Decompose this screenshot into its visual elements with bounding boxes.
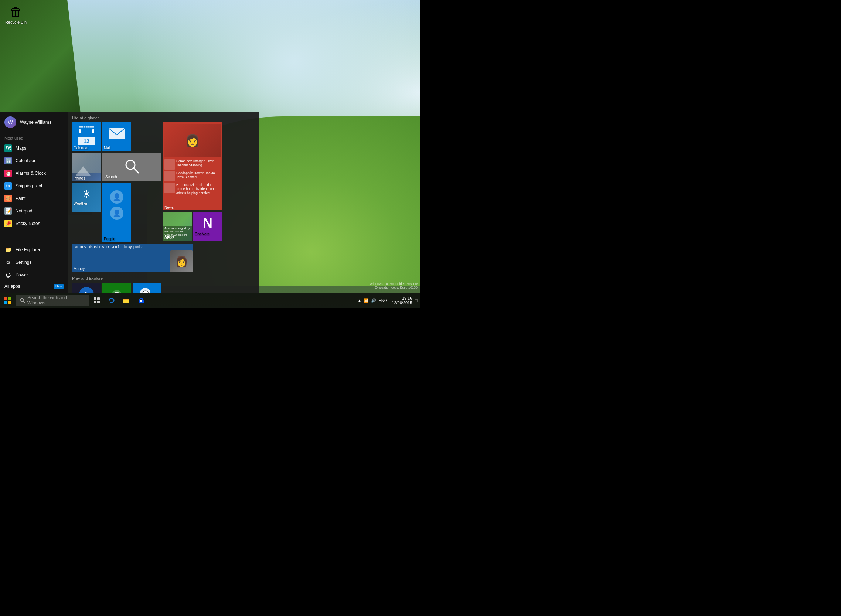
svg-rect-31	[97, 298, 100, 300]
news-person: 👩	[164, 124, 221, 157]
svg-text:💬: 💬	[142, 290, 149, 293]
people-tile[interactable]: 👤 👤 People	[103, 183, 131, 242]
play-section-label: Play and Explore	[72, 276, 255, 280]
file-explorer-icon: 📁	[4, 246, 12, 254]
search-tile[interactable]: Search	[103, 153, 161, 182]
app-sticky[interactable]: 📌 Sticky Notes	[0, 217, 68, 230]
tiles-col1: ■■■■■■■ 12 Calendar	[72, 122, 101, 242]
tiles-col3: 👩 Schoolboy Charged Over Teacher Stabbin…	[163, 122, 222, 242]
power-icon: ⏻	[4, 271, 12, 279]
money-headline: IMF to Alexis Tsipras: 'Do you feel luck…	[73, 245, 191, 249]
file-explorer-item[interactable]: 📁 File Explorer	[0, 243, 68, 256]
mail-label: Mail	[103, 145, 112, 151]
feedback-tile[interactable]: 💬 Windows Feedb...	[133, 283, 161, 293]
new-badge: New	[54, 284, 64, 289]
money-area: IMF to Alexis Tsipras: 'Do you feel luck…	[72, 243, 255, 272]
search-icon	[125, 159, 139, 175]
people-icons: 👤 👤	[110, 190, 123, 220]
calendar-label: Calendar	[72, 145, 90, 151]
news-item-3: Rebecca Minnock told to 'come home' by f…	[164, 183, 221, 195]
sport-label: Sport	[164, 235, 174, 239]
xbox-tile[interactable]: X Xbox	[103, 283, 131, 293]
snipping-icon: ✂	[4, 182, 12, 189]
app-snipping[interactable]: ✂ Snipping Tool	[0, 180, 68, 192]
news-tile[interactable]: 👩 Schoolboy Charged Over Teacher Stabbin…	[163, 122, 222, 210]
win10-line2: Evaluation copy. Build 10130	[369, 286, 418, 289]
tray-chevron[interactable]: ▲	[357, 298, 362, 303]
svg-text:12: 12	[84, 138, 89, 144]
win10-line1: Windows 10 Pro Insider Preview	[369, 282, 418, 286]
action-center-icon[interactable]: □	[415, 298, 418, 303]
svg-point-8	[79, 287, 94, 293]
search-bar[interactable]: Search the web and Windows	[16, 295, 89, 306]
volume-icon[interactable]: 🔊	[371, 298, 376, 303]
svg-rect-25	[8, 297, 11, 300]
user-name: Wayne Williams	[20, 120, 51, 125]
system-tray: ▲ 📶 🔊 ENG 19:16 12/06/2015 □	[357, 296, 420, 305]
mail-tile[interactable]: Mail	[103, 122, 131, 151]
person-circle-1: 👤	[110, 190, 123, 204]
start-button[interactable]	[0, 293, 15, 308]
person-circle-2: 👤	[110, 207, 123, 220]
news-item-2: Paedophile Doctor Has Jail Term Slashed	[164, 171, 221, 182]
news-text-3: Rebecca Minnock told to 'come home' by f…	[176, 183, 221, 195]
news-image-area: 👩	[164, 124, 221, 157]
news-label: News	[164, 205, 174, 210]
news-thumb-3	[164, 183, 175, 193]
clock-time: 19:16	[402, 296, 412, 301]
power-item[interactable]: ⏻ Power	[0, 268, 68, 281]
svg-point-28	[21, 299, 23, 302]
power-label: Power	[16, 272, 28, 277]
svg-point-6	[126, 160, 135, 169]
clock-area[interactable]: 19:16 12/06/2015	[392, 296, 412, 305]
explorer-taskbar-button[interactable]	[119, 293, 134, 308]
start-left-panel: W Wayne Williams Most used 🗺 Maps 🔢 Calc…	[0, 112, 68, 293]
svg-rect-34	[123, 299, 129, 304]
weather-sun-icon: ☀	[82, 188, 91, 200]
task-view-button[interactable]	[89, 293, 104, 308]
taskbar: Search the web and Windows	[0, 293, 420, 308]
recycle-bin[interactable]: 🗑 Recycle Bin	[3, 3, 29, 26]
photos-tile[interactable]: Photos	[72, 153, 101, 182]
network-icon[interactable]: 📶	[363, 298, 369, 303]
snipping-label: Snipping Tool	[16, 183, 42, 188]
battery-icon: ENG	[378, 298, 387, 303]
app-paint[interactable]: 🎨 Paint	[0, 192, 68, 205]
edge-taskbar-button[interactable]	[104, 293, 119, 308]
file-explorer-label: File Explorer	[16, 247, 40, 252]
sport-tile[interactable]: Arsenal charged by FA over £16m Calum Ch…	[163, 212, 192, 241]
sticky-icon: 📌	[4, 220, 12, 227]
news-thumb-1	[164, 159, 175, 170]
win10-notice: Windows 10 Pro Insider Preview Evaluatio…	[369, 282, 418, 289]
news-item-1: Schoolboy Charged Over Teacher Stabbing	[164, 159, 221, 170]
onenote-icon: N	[203, 216, 212, 231]
money-tile[interactable]: IMF to Alexis Tsipras: 'Do you feel luck…	[72, 243, 192, 272]
news-items-list: Schoolboy Charged Over Teacher Stabbing …	[164, 159, 221, 196]
most-used-label: Most used	[0, 133, 68, 142]
settings-item[interactable]: ⚙ Settings	[0, 256, 68, 268]
app-notepad[interactable]: 📝 Notepad	[0, 205, 68, 217]
play-col2: X Xbox Store (Beta)	[103, 283, 131, 293]
weather-tile[interactable]: ☀ Weather	[72, 183, 101, 212]
music-tile[interactable]: Music	[72, 283, 101, 293]
search-placeholder: Search the web and Windows	[27, 295, 85, 306]
onenote-tile[interactable]: N OneNote	[193, 212, 222, 241]
all-apps-item[interactable]: All apps New	[0, 281, 68, 292]
calendar-tile[interactable]: ■■■■■■■ 12 Calendar	[72, 122, 101, 151]
app-alarms[interactable]: ⏰ Alarms & Clock	[0, 167, 68, 180]
tiles-col2: Mail Search	[103, 122, 161, 242]
life-section-label: Life at a glance	[72, 116, 255, 120]
app-maps[interactable]: 🗺 Maps	[0, 142, 68, 154]
store-taskbar-button[interactable]	[134, 293, 148, 308]
sport-onenote-row: Arsenal charged by FA over £16m Calum Ch…	[163, 212, 222, 241]
svg-line-29	[23, 301, 25, 303]
paint-icon: 🎨	[4, 195, 12, 202]
news-thumb-2	[164, 171, 175, 182]
start-right-panel: Life at a glance ■■■■■■■ 12	[68, 112, 259, 293]
user-section[interactable]: W Wayne Williams	[0, 112, 68, 133]
svg-rect-27	[8, 301, 11, 304]
mail-icon	[108, 128, 125, 141]
money-label: Money	[73, 267, 85, 271]
maps-label: Maps	[16, 145, 26, 151]
app-calculator[interactable]: 🔢 Calculator	[0, 154, 68, 167]
